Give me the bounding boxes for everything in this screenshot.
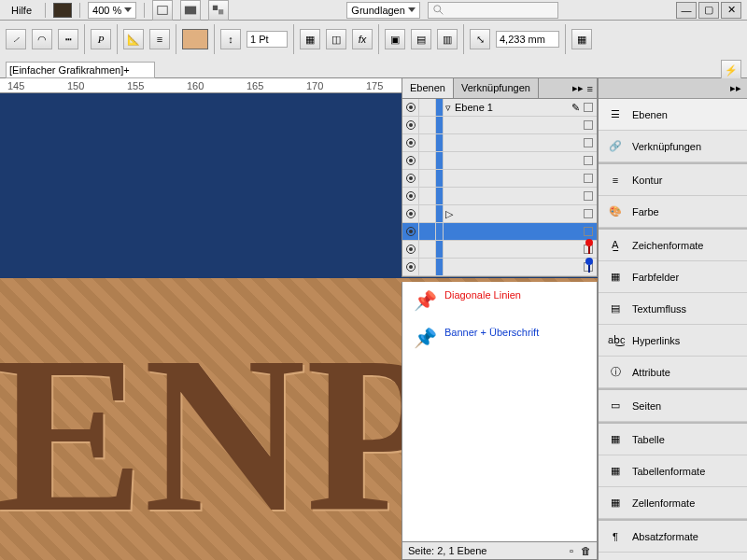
sidepanel-icon: ab͜c: [608, 334, 623, 346]
sidepanel-icon: ¶: [608, 531, 623, 542]
text-wrap-icon[interactable]: ▣: [385, 29, 405, 49]
svg-rect-0: [158, 6, 168, 14]
close-button[interactable]: ✕: [721, 2, 741, 19]
sidepanel-item-ebenen[interactable]: ☰Ebenen: [599, 99, 747, 131]
stroke-step-icon[interactable]: ↕: [220, 29, 241, 49]
pushpin-red-icon: [584, 239, 595, 254]
control-toolbar: ⟋ ◠ ┅ P 📐 ≡ ↕ ▦ ◫ fx ▣ ▤ ▥ ⤡ ▦ [Einfache…: [0, 21, 747, 78]
sidepanel-item-seiten[interactable]: ▭Seiten: [599, 390, 747, 422]
app-badge-icon: [53, 3, 72, 18]
layer-row[interactable]: [402, 152, 597, 170]
align-icon[interactable]: ≡: [149, 29, 170, 49]
sidepanel-item-attribute[interactable]: ⓘAttribute: [599, 357, 747, 388]
sidepanel-item-zeichenformate[interactable]: A̲Zeichenformate: [599, 230, 747, 261]
new-layer-icon[interactable]: ▫: [570, 545, 573, 556]
sidepanel-icon: ☰: [608, 108, 623, 120]
sidepanel-item-farbfelder[interactable]: ▦Farbfelder: [599, 261, 747, 293]
sidepanel-icon: ≡: [608, 175, 623, 186]
layer-row[interactable]: [402, 223, 597, 241]
layer-row[interactable]: [402, 134, 597, 152]
status-text: Seite: 2, 1 Ebene: [408, 545, 486, 556]
annotation-blue: 📌 Banner + Überschrift: [402, 319, 597, 357]
line-tool-icon[interactable]: ⟋: [6, 29, 26, 49]
glyph-p-icon[interactable]: P: [91, 29, 111, 49]
effects-icon[interactable]: ▦: [300, 29, 320, 49]
sidepanel-icon: ▦: [608, 271, 623, 283]
panel-collapse-icon[interactable]: ▸▸: [572, 82, 584, 94]
layers-panel-status: Seite: 2, 1 Ebene ▫ 🗑: [402, 541, 598, 560]
sidepanel-icon: ▤: [608, 302, 623, 315]
canvas-area: 145 150 155 160 165 170 175 ENP Ebenen V…: [0, 78, 598, 560]
sidepanel-item-absatzformate[interactable]: ¶Absatzformate: [599, 521, 747, 553]
text-wrap3-icon[interactable]: ▥: [437, 29, 458, 49]
sidepanel-item-farbe[interactable]: 🎨Farbe: [599, 196, 747, 228]
svg-rect-1: [185, 6, 196, 14]
tab-links[interactable]: Verknüpfungen: [454, 78, 539, 98]
svg-rect-3: [218, 9, 223, 14]
fx-icon[interactable]: fx: [352, 29, 373, 49]
frame-type-dropdown[interactable]: [Einfacher Grafikrahmen]+: [6, 62, 155, 78]
view-mode-icon[interactable]: [152, 0, 173, 21]
side-panel: ▸▸ ☰Ebenen🔗Verknüpfungen≡Kontur🎨FarbeA̲Z…: [598, 78, 747, 560]
layer-row[interactable]: [402, 117, 597, 134]
sidepanel-icon: ▭: [608, 399, 623, 412]
sidepanel-icon: 🔗: [608, 140, 623, 152]
layer-row[interactable]: [402, 259, 597, 276]
sidepanel-icon: ⓘ: [608, 365, 623, 379]
sidepanel-item-zellenformate[interactable]: ▦Zellenformate: [599, 487, 747, 519]
pin-red-icon: 📌: [414, 289, 437, 312]
measure-icon[interactable]: 📐: [123, 29, 144, 49]
zoom-dropdown[interactable]: 400 %: [88, 2, 136, 19]
corner-icon[interactable]: ◫: [326, 29, 346, 49]
flash-icon[interactable]: ⚡: [721, 60, 741, 80]
sidepanel-item-tabellenformate[interactable]: ▦Tabellenformate: [599, 455, 747, 487]
workspace: 145 150 155 160 165 170 175 ENP Ebenen V…: [0, 78, 747, 560]
menubar: Hilfe 400 % Grundlagen — ▢ ✕: [0, 0, 747, 21]
svg-rect-2: [213, 5, 218, 9]
svg-point-6: [585, 239, 593, 246]
layer-row[interactable]: ▷: [402, 205, 597, 223]
layer-row[interactable]: [402, 170, 597, 188]
sidepanel-icon: A̲: [608, 239, 623, 251]
text-wrap2-icon[interactable]: ▤: [411, 29, 431, 49]
sidepanel-icon: ▦: [608, 497, 623, 509]
layers-panel: Ebenen Verknüpfungen ▸▸≡ ▿Ebene 1✎▷: [402, 78, 598, 277]
stroke-weight-input[interactable]: [247, 31, 288, 48]
workspace-dropdown[interactable]: Grundlagen: [346, 2, 420, 19]
arrange-icon[interactable]: [208, 0, 229, 21]
anchor-icon[interactable]: ▦: [571, 29, 592, 49]
annotation-red: 📌 Diagonale Linien: [402, 282, 597, 319]
sidepanel-item-hyperlinks[interactable]: ab͜cHyperlinks: [599, 325, 747, 357]
sidepanel-icon: ▦: [608, 433, 623, 445]
layer-row[interactable]: [402, 241, 597, 259]
sidepanel-item-verknüpfungen[interactable]: 🔗Verknüpfungen: [599, 131, 747, 162]
sidepanel-icon: 🎨: [608, 205, 623, 217]
trash-icon[interactable]: 🗑: [581, 545, 591, 556]
sidepanel-item-kontur[interactable]: ≡Kontur: [599, 164, 747, 196]
pushpin-blue-icon: [584, 258, 595, 273]
screen-mode-icon[interactable]: [180, 0, 201, 21]
canvas-heading: ENP: [0, 322, 443, 546]
layer-row-parent[interactable]: ▿Ebene 1✎: [402, 99, 597, 117]
svg-point-7: [585, 258, 593, 265]
sidepanel-item-tabelle[interactable]: ▦Tabelle: [599, 424, 747, 455]
search-input[interactable]: [428, 2, 558, 19]
tab-layers[interactable]: Ebenen: [402, 78, 454, 98]
sidepanel-item-textumfluss[interactable]: ▤Textumfluss: [599, 293, 747, 325]
sidepanel-collapse-icon[interactable]: ▸▸: [730, 82, 741, 94]
help-menu[interactable]: Hilfe: [6, 3, 37, 18]
measurement-input[interactable]: [496, 31, 559, 48]
transform-icon[interactable]: ⤡: [470, 29, 490, 49]
pin-blue-icon: 📌: [414, 327, 437, 349]
layer-list: ▿Ebene 1✎▷: [402, 99, 597, 276]
annotation-overlay: 📌 Diagonale Linien 📌 Banner + Überschrif…: [402, 282, 598, 543]
svg-point-4: [434, 5, 441, 11]
fill-swatch[interactable]: [182, 29, 208, 49]
panel-menu-icon[interactable]: ≡: [587, 83, 593, 94]
minimize-button[interactable]: —: [676, 2, 697, 19]
layer-row[interactable]: [402, 188, 597, 205]
dashed-icon[interactable]: ┅: [58, 29, 78, 49]
curve-icon[interactable]: ◠: [32, 29, 52, 49]
maximize-button[interactable]: ▢: [698, 2, 719, 19]
sidepanel-icon: ▦: [608, 465, 623, 477]
